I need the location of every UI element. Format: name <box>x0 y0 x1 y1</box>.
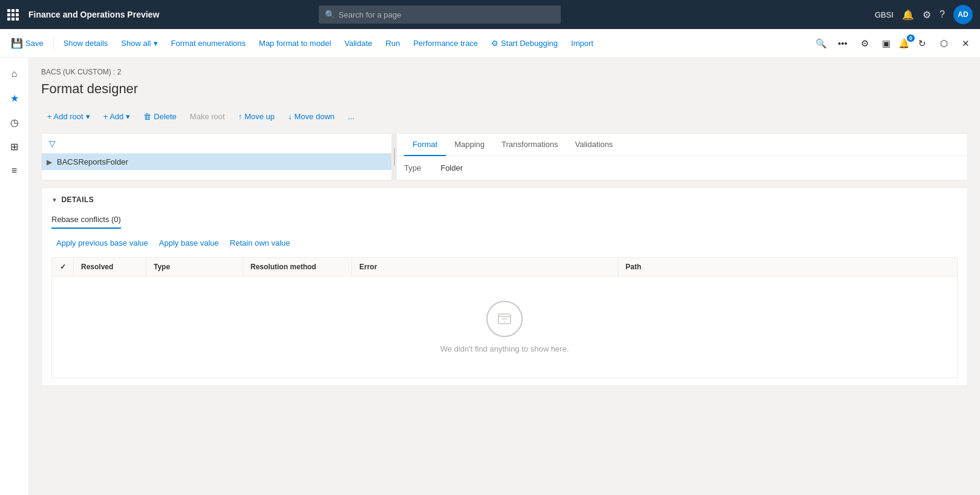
app-title: Finance and Operations Preview <box>28 10 159 19</box>
apply-base-button[interactable]: Apply base value <box>154 236 224 250</box>
open-new-button[interactable]: ⬡ <box>934 34 953 53</box>
filter-icon[interactable]: ▽ <box>47 136 58 151</box>
add-root-chevron-icon: ▾ <box>86 112 90 121</box>
col-resolved-header: Resolved <box>74 258 146 276</box>
col-error-header: Error <box>352 258 618 276</box>
grid-header: ✓ Resolved Type Resolution method Error <box>52 258 957 277</box>
badge-count: 0 <box>907 34 915 42</box>
search-input[interactable] <box>339 10 555 19</box>
add-chevron-icon: ▾ <box>126 112 130 121</box>
split-pane: ▽ ▶ BACSReportsFolder Format <box>41 133 968 180</box>
tab-format[interactable]: Format <box>404 134 446 156</box>
details-section: ▼ DETAILS Rebase conflicts (0) Apply pre… <box>41 188 968 386</box>
tab-content-format: Type Folder <box>397 156 967 180</box>
search-icon: 🔍 <box>325 10 335 19</box>
empty-state-text: We didn't find anything to show here. <box>440 344 569 353</box>
toolbar-separator <box>53 36 54 51</box>
details-collapse-icon[interactable]: ▼ <box>51 197 57 203</box>
grid-container: ✓ Resolved Type Resolution method Error <box>51 257 958 378</box>
toolbar: 💾 Save Show details Show all ▾ Format en… <box>0 29 980 58</box>
left-sidebar: ⌂ ★ ◷ ⊞ ≡ <box>0 58 29 495</box>
map-format-button[interactable]: Map format to model <box>253 33 337 54</box>
tree-header: ▽ <box>42 134 391 154</box>
show-all-chevron-icon: ▾ <box>154 39 158 48</box>
close-button[interactable]: ✕ <box>956 34 975 53</box>
show-details-button[interactable]: Show details <box>57 33 114 54</box>
add-button[interactable]: + Add ▾ <box>97 107 137 126</box>
save-button[interactable]: 💾 Save <box>5 33 50 54</box>
start-debugging-button[interactable]: ⚙ Start Debugging <box>485 33 564 54</box>
import-button[interactable]: Import <box>565 33 599 54</box>
search-toolbar-button[interactable]: 🔍 <box>811 34 831 53</box>
tree-panel: ▽ ▶ BACSReportsFolder <box>41 133 392 180</box>
tree-expand-icon: ▶ <box>47 158 52 166</box>
performance-trace-button[interactable]: Performance trace <box>407 33 484 54</box>
notification-icon[interactable]: 🔔 <box>902 9 914 21</box>
sidebar-item-home[interactable]: ⌂ <box>4 63 25 85</box>
page-title: Format designer <box>41 81 968 97</box>
apply-previous-button[interactable]: Apply previous base value <box>51 236 153 250</box>
move-down-button[interactable]: ↓ Move down <box>282 107 341 126</box>
delete-icon: 🗑 <box>143 112 151 121</box>
run-button[interactable]: Run <box>379 33 406 54</box>
empty-state: We didn't find anything to show here. <box>52 277 957 378</box>
col-resolution-header: Resolution method <box>243 258 352 276</box>
top-nav: Finance and Operations Preview 🔍 GBSI 🔔 … <box>0 0 980 29</box>
content-toolbar: + Add root ▾ + Add ▾ 🗑 Delete Make root … <box>41 107 968 126</box>
sidebar-item-favorites[interactable]: ★ <box>4 87 25 109</box>
action-links: Apply previous base value Apply base val… <box>51 236 958 250</box>
format-enumerations-button[interactable]: Format enumerations <box>165 33 252 54</box>
tree-row[interactable]: ▶ BACSReportsFolder <box>42 154 391 170</box>
search-bar[interactable]: 🔍 <box>319 5 561 24</box>
tab-validations[interactable]: Validations <box>566 134 621 156</box>
svg-point-1 <box>504 321 505 323</box>
col-path-header: Path <box>618 258 957 276</box>
toolbar-right: 🔍 ••• ⚙ ▣ 🔔 0 ↻ ⬡ ✕ <box>811 34 975 53</box>
add-root-button[interactable]: + Add root ▾ <box>41 107 96 126</box>
move-down-icon: ↓ <box>288 112 292 121</box>
pane-splitter[interactable] <box>392 133 397 180</box>
tab-transformations[interactable]: Transformations <box>493 134 566 156</box>
empty-state-icon <box>486 301 523 337</box>
panel-button[interactable]: ▣ <box>877 34 896 53</box>
more-toolbar-button[interactable]: ••• <box>833 34 852 53</box>
sidebar-item-list[interactable]: ≡ <box>4 160 25 182</box>
tab-row: Format Mapping Transformations Validatio… <box>397 134 967 156</box>
badge-notification[interactable]: 🔔 0 <box>898 38 910 49</box>
sidebar-item-recent[interactable]: ◷ <box>4 111 25 133</box>
details-header: ▼ DETAILS <box>51 195 958 204</box>
retain-own-button[interactable]: Retain own value <box>225 236 295 250</box>
type-row: Type Folder <box>404 163 960 172</box>
personalize-button[interactable]: ⚙ <box>855 34 874 53</box>
tree-content[interactable]: ▶ BACSReportsFolder <box>42 154 391 180</box>
col-type-header: Type <box>146 258 243 276</box>
debug-icon: ⚙ <box>491 39 498 48</box>
top-nav-right: GBSI 🔔 ⚙ ? AD <box>875 5 973 24</box>
show-all-button[interactable]: Show all ▾ <box>115 33 163 54</box>
sidebar-item-workspaces[interactable]: ⊞ <box>4 136 25 157</box>
waffle-menu-icon[interactable] <box>7 9 19 21</box>
breadcrumb: BACS (UK CUSTOM) : 2 <box>41 68 968 76</box>
settings-icon[interactable]: ⚙ <box>923 9 931 21</box>
rebase-tab[interactable]: Rebase conflicts (0) <box>51 211 121 229</box>
more-options-button[interactable]: ... <box>342 107 361 126</box>
col-check[interactable]: ✓ <box>52 258 74 276</box>
save-icon: 💾 <box>11 38 23 49</box>
move-up-icon: ↑ <box>238 112 243 121</box>
help-icon[interactable]: ? <box>939 9 945 20</box>
avatar[interactable]: AD <box>953 5 973 24</box>
content-area: BACS (UK CUSTOM) : 2 Format designer + A… <box>29 58 980 495</box>
org-name: GBSI <box>875 10 893 19</box>
tab-mapping[interactable]: Mapping <box>446 134 493 156</box>
right-panel: Format Mapping Transformations Validatio… <box>397 133 968 180</box>
make-root-button[interactable]: Make root <box>184 107 231 126</box>
move-up-button[interactable]: ↑ Move up <box>232 107 281 126</box>
main-container: ⌂ ★ ◷ ⊞ ≡ BACS (UK CUSTOM) : 2 Format de… <box>0 58 980 495</box>
refresh-button[interactable]: ↻ <box>912 34 932 53</box>
delete-button[interactable]: 🗑 Delete <box>137 107 183 126</box>
validate-button[interactable]: Validate <box>338 33 378 54</box>
